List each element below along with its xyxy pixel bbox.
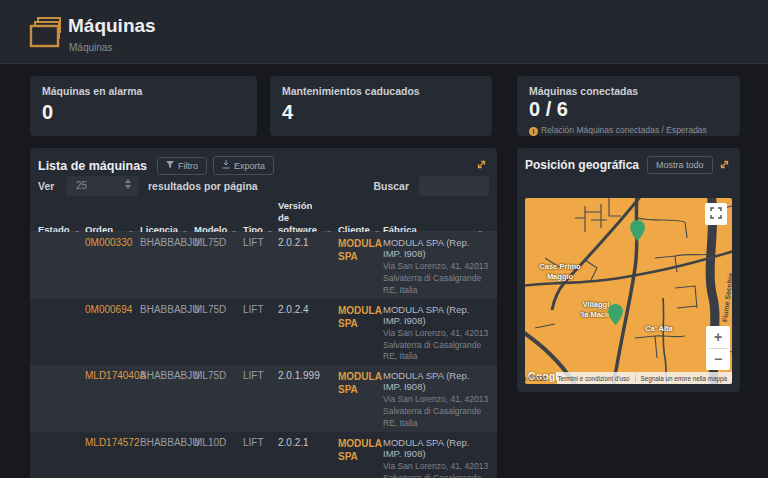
page-size-select[interactable]: 25 [66,176,138,196]
breadcrumb: Máquinas [69,42,112,53]
order-link[interactable]: 0M000330 [85,237,140,248]
table-row[interactable]: MLD174572 BHABBABJU ML10D LIFT 2.0.2.1 M… [30,432,497,478]
client-link[interactable]: MODULA SPA [338,370,383,396]
map-canvas[interactable]: Case PrimoMaggio Villaggi'la Macin Ca' A… [525,198,732,384]
model-cell: ML10D [194,437,243,448]
app-window: Máquinas Máquinas Máquinas en alarma 0 M… [0,0,768,478]
factory-cell: MODULA SPA (Rep. IMP. I908) Via San Lore… [383,304,489,364]
attribution-terms-link[interactable]: Termini e condizioni d'uso [552,375,635,382]
stat-card-connected: Máquinas conectadas 0 / 6 iRelación Máqu… [517,76,740,136]
expand-map-icon[interactable] [719,156,730,174]
stat-label: Máquinas conectadas [529,85,638,97]
version-cell: 2.0.2.1 [278,437,338,448]
info-icon: i [529,127,538,136]
client-link[interactable]: MODULA SPA [338,304,383,330]
stat-value: 4 [282,101,293,124]
search-label: Buscar [373,180,409,192]
type-cell: LIFT [243,304,278,315]
table-controls: Ver 25 resultados por página Buscar [38,176,489,198]
zoom-out-button[interactable]: − [706,349,730,371]
fullscreen-icon [710,207,722,222]
model-cell: ML75D [194,304,243,315]
order-link[interactable]: 0M000694 [85,304,140,315]
factory-cell: MODULA SPA (Rep. IMP. I908) Via San Lore… [383,437,489,478]
map-roads [525,198,732,384]
version-cell: 2.0.1.999 [278,370,338,381]
type-cell: LIFT [243,237,278,248]
table-body: 0M000330 BHABBABJU ML75D LIFT 2.0.2.1 MO… [30,232,497,478]
filter-button[interactable]: Filtro [157,157,207,175]
zoom-control: + − [706,326,730,370]
machine-list-panel: Lista de máquinas Filtro Exporta Ver 25 … [30,148,497,478]
attribution-data: Dati mappa ©2020 [525,375,552,382]
license-cell: BHABBABJU [140,304,194,315]
client-link[interactable]: MODULA SPA [338,437,383,463]
map-label-ca-alta: Ca' Alta [637,324,681,334]
license-cell: BHABBABJU [140,237,194,248]
stat-label: Mantenimientos caducados [282,85,420,97]
stat-card-maintenance: Mantenimientos caducados 4 [270,76,492,136]
fullscreen-button[interactable] [705,203,727,225]
expand-panel-icon[interactable] [476,156,487,174]
type-cell: LIFT [243,370,278,381]
table-row[interactable]: 0M000330 BHABBABJU ML75D LIFT 2.0.2.1 MO… [30,232,497,299]
map-label-case-primo-maggio: Case PrimoMaggio [535,262,585,282]
map-panel: Posición geográfica Mostra todo [517,148,740,392]
model-cell: ML75D [194,237,243,248]
map-attribution: Dati mappa ©2020 Termini e condizioni d'… [557,372,732,384]
license-cell: BHABBABJU [140,370,194,381]
type-cell: LIFT [243,437,278,448]
select-stepper-icon [125,179,131,189]
map-marker-icon[interactable] [608,304,623,325]
funnel-icon [166,161,174,171]
stat-card-alarms: Máquinas en alarma 0 [30,76,257,136]
map-panel-title: Posición geográfica [525,158,639,172]
factory-cell: MODULA SPA (Rep. IMP. I908) Via San Lore… [383,370,489,430]
machine-list-title: Lista de máquinas [38,159,147,173]
factory-cell: MODULA SPA (Rep. IMP. I908) Via San Lore… [383,237,489,297]
show-all-button[interactable]: Mostra todo [647,156,713,174]
order-link[interactable]: MLD174040A [85,370,140,381]
stat-value: 0 / 6 [529,98,568,121]
order-link[interactable]: MLD174572 [85,437,140,448]
client-link[interactable]: MODULA SPA [338,237,383,263]
search-input[interactable] [419,176,489,196]
page-size-prefix: Ver [38,180,54,192]
zoom-in-button[interactable]: + [706,326,730,348]
download-icon [222,160,230,171]
column-header-version[interactable]: Versión de software [278,200,338,236]
version-cell: 2.0.2.1 [278,237,338,248]
stat-label: Máquinas en alarma [42,85,142,97]
license-cell: BHABBABJU [140,437,194,448]
table-row[interactable]: MLD174040A BHABBABJU ML75D LIFT 2.0.1.99… [30,365,497,432]
model-cell: ML75D [194,370,243,381]
table-row[interactable]: 0M000694 BHABBABJU ML75D LIFT 2.0.2.4 MO… [30,299,497,366]
attribution-report-link[interactable]: Segnala un errore nella mappa [635,375,732,382]
version-cell: 2.0.2.4 [278,304,338,315]
page-title: Máquinas [68,15,156,37]
stat-note: iRelación Máquinas conectadas / Esperada… [529,125,707,136]
machines-stack-icon [29,15,65,53]
export-button[interactable]: Exporta [213,156,274,175]
stat-value: 0 [42,101,53,124]
table-header-row: Estado Orden Licencia Modelo Tipo Versió… [30,200,497,232]
page-size-suffix: resultados por página [148,180,258,192]
top-bar: Máquinas Máquinas [0,0,768,64]
map-marker-icon[interactable] [630,220,645,241]
